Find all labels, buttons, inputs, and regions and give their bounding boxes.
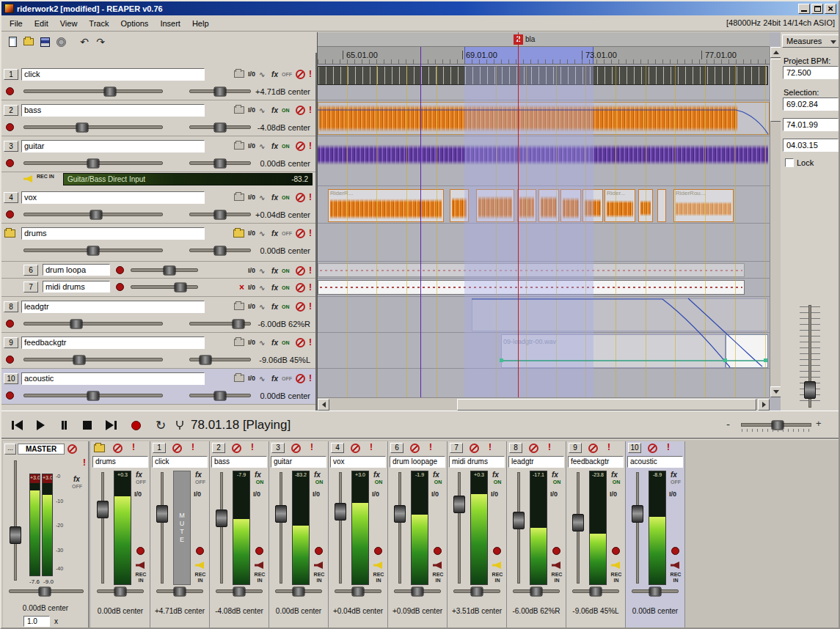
record-arm-button[interactable] xyxy=(116,266,124,274)
pan-slider[interactable] xyxy=(189,358,251,361)
record-arm-button[interactable] xyxy=(6,356,14,364)
envelope-icon[interactable] xyxy=(259,267,268,274)
io-button[interactable]: I/0 xyxy=(248,375,255,382)
selection-length-input[interactable]: 04.03.15 xyxy=(783,139,839,152)
fx-button[interactable]: fx xyxy=(195,471,202,479)
record-arm-button[interactable] xyxy=(196,547,204,555)
pan-slider[interactable] xyxy=(189,249,251,252)
alert-icon[interactable]: ! xyxy=(370,443,373,452)
playrate-input[interactable]: 1.0 xyxy=(23,616,50,627)
alert-icon[interactable]: ! xyxy=(310,443,313,452)
block-icon[interactable] xyxy=(296,374,305,383)
alert-icon[interactable]: ! xyxy=(309,193,312,202)
pan-slider[interactable] xyxy=(189,161,251,165)
save-project-icon[interactable] xyxy=(38,35,51,48)
alert-icon[interactable]: ! xyxy=(132,443,135,452)
pan-slider[interactable] xyxy=(275,589,322,593)
record-arm-button[interactable] xyxy=(612,547,620,555)
speaker-icon[interactable] xyxy=(492,562,501,569)
mixer-volume-fader[interactable] xyxy=(569,471,588,585)
folder-icon[interactable] xyxy=(233,229,244,238)
go-to-end-button[interactable] xyxy=(101,416,120,435)
volume-slider[interactable] xyxy=(23,394,163,397)
folder-icon[interactable] xyxy=(234,142,244,150)
block-icon[interactable] xyxy=(296,229,305,238)
go-to-start-button[interactable] xyxy=(7,416,26,435)
fx-button[interactable]: fx xyxy=(611,471,618,479)
arrange-lane-drums[interactable] xyxy=(318,224,770,262)
mixer-track-name[interactable]: vox xyxy=(330,456,386,468)
timeline-ruler[interactable]: 65.01.00 69.01.00 73.01.00 77.01.00 xyxy=(318,47,770,65)
menu-insert[interactable]: Insert xyxy=(155,18,186,29)
fx-button[interactable]: fx xyxy=(136,471,142,479)
mixer-volume-fader[interactable] xyxy=(450,471,469,585)
record-arm-button[interactable] xyxy=(6,123,14,131)
fx-button[interactable]: fx xyxy=(271,339,278,347)
play-button[interactable] xyxy=(31,416,50,435)
menu-edit[interactable]: Edit xyxy=(29,18,54,29)
alert-icon[interactable]: ! xyxy=(309,229,312,238)
track-number[interactable]: 2 xyxy=(4,105,18,116)
media-item-midi-drums[interactable] xyxy=(318,280,745,295)
folder-icon[interactable] xyxy=(4,229,15,238)
alert-icon[interactable]: ! xyxy=(191,443,194,452)
mixer-track-name[interactable]: click xyxy=(152,456,208,468)
mixer-volume-fader[interactable] xyxy=(628,471,647,585)
track-number[interactable]: 10 xyxy=(4,373,18,384)
media-item-vox[interactable] xyxy=(638,189,653,222)
pan-slider[interactable] xyxy=(513,589,560,593)
block-icon[interactable] xyxy=(648,444,657,453)
block-icon[interactable] xyxy=(232,444,241,453)
mixer-track-number[interactable]: 4 xyxy=(331,443,344,453)
record-arm-button[interactable] xyxy=(6,320,14,328)
timebase-dropdown[interactable]: Measures xyxy=(782,34,840,48)
alert-icon[interactable]: ! xyxy=(548,443,551,452)
speaker-icon[interactable] xyxy=(552,562,560,569)
io-button[interactable]: I/0 xyxy=(248,194,255,201)
mixer-volume-fader[interactable] xyxy=(331,471,350,585)
alert-icon[interactable]: ! xyxy=(309,70,312,78)
alert-icon[interactable]: ! xyxy=(607,443,610,452)
fx-button[interactable]: fx xyxy=(255,471,261,479)
mixer-volume-fader[interactable] xyxy=(212,471,231,585)
envelope-icon[interactable] xyxy=(259,284,268,291)
io-button[interactable]: I/0 xyxy=(253,490,260,498)
marker-lane[interactable]: 2 bla xyxy=(318,32,770,47)
mixer-track-number[interactable]: 10 xyxy=(628,443,641,453)
media-item-vox[interactable] xyxy=(517,189,536,222)
mixer-track-name[interactable]: acoustic xyxy=(627,456,683,468)
fx-button[interactable]: fx xyxy=(271,267,278,275)
io-button[interactable]: I/0 xyxy=(248,106,255,114)
pan-slider[interactable] xyxy=(131,268,198,272)
mixer-track-number[interactable]: 7 xyxy=(450,443,463,453)
record-arm-button[interactable] xyxy=(671,547,679,555)
fx-button[interactable]: fx xyxy=(433,471,439,479)
fx-button[interactable]: fx xyxy=(271,70,278,78)
menu-options[interactable]: Options xyxy=(115,18,153,29)
mixer-track-name[interactable]: guitar xyxy=(271,456,326,468)
media-item-vox[interactable] xyxy=(450,189,469,222)
fx-button[interactable]: fx xyxy=(492,471,499,479)
horizontal-zoom-slider[interactable] xyxy=(741,423,811,427)
io-button[interactable]: I/0 xyxy=(610,490,617,498)
mixer-track-name[interactable]: bass xyxy=(211,456,267,468)
pan-slider[interactable] xyxy=(216,589,263,593)
horizontal-scrollbar[interactable] xyxy=(318,397,770,411)
track-number[interactable]: 1 xyxy=(4,69,18,80)
envelope-icon[interactable] xyxy=(259,70,268,78)
midi-x-icon[interactable] xyxy=(239,282,244,293)
speaker-icon[interactable] xyxy=(611,562,620,569)
horizontal-scrollbar-thumb[interactable] xyxy=(457,399,756,411)
block-icon[interactable] xyxy=(588,444,598,453)
master-pan-slider[interactable] xyxy=(9,589,84,593)
mixer-track-name[interactable]: midi drums xyxy=(449,456,505,468)
track-name-input[interactable]: vox xyxy=(21,191,205,204)
track-number[interactable]: 4 xyxy=(4,192,18,203)
envelope-icon[interactable] xyxy=(259,375,268,382)
track-number[interactable]: 7 xyxy=(23,282,38,293)
fx-button[interactable]: fx xyxy=(314,471,321,479)
io-button[interactable]: I/0 xyxy=(248,70,255,78)
pan-slider[interactable] xyxy=(189,125,251,129)
fx-button[interactable]: fx xyxy=(271,303,278,311)
mixer-track-number[interactable]: 1 xyxy=(153,443,166,453)
